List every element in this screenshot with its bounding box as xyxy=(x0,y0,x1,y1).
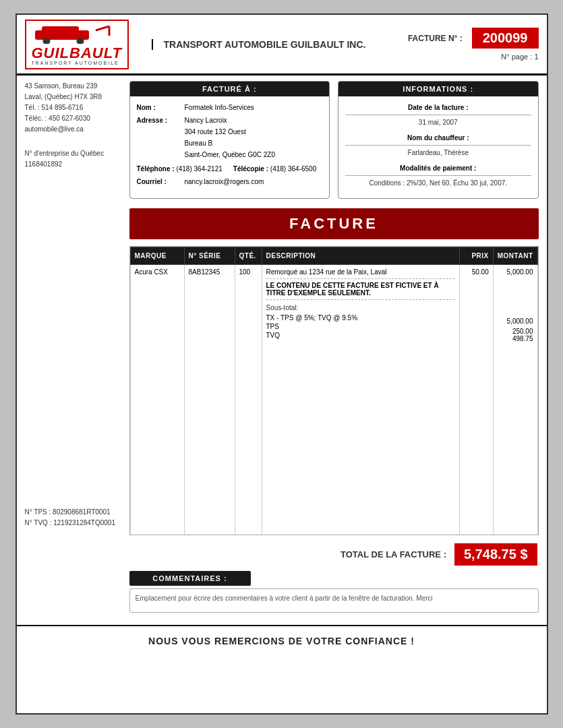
cell-description: Remorqué au 1234 rue de la Paix, Laval L… xyxy=(262,265,459,346)
telephone-value: (418) 364-2121 xyxy=(176,165,222,173)
cell-montant: 5,000.00 5,000.00 250.00 498.75 xyxy=(493,265,537,346)
phone-row: Téléphone : (418) 364-2121 Télécopie : (… xyxy=(137,163,323,175)
tvq-row: TVQ xyxy=(266,332,455,339)
footer-thanks: NOUS VOUS REMERCIONS DE VOTRE CONFIANCE … xyxy=(17,625,547,653)
invoice-page: GUILBAULT TRANSPORT AUTOMOBILE TRANSPORT… xyxy=(16,13,548,715)
adresse-value: Nancy Lacroix 304 route 132 Ouest Bureau… xyxy=(185,115,323,160)
main-area: FACTURÉ À : Nom : Formatek Info-Services… xyxy=(129,81,539,613)
telephone-label: Téléphone : xyxy=(137,165,175,173)
comments-header: COMMENTAIRES : xyxy=(129,571,251,586)
telecopie-value: (418) 364-6500 xyxy=(270,165,316,173)
driver-row: Nom du chauffeur : Farlardeau, Thérèse xyxy=(345,132,531,158)
desc-note: LE CONTENU DE CETTE FACTURE EST FICTIVE … xyxy=(266,282,455,297)
facture-banner: FACTURE xyxy=(129,208,539,239)
spacer-row xyxy=(130,346,537,535)
subtotal-row: Sous-total: xyxy=(266,304,455,311)
driver-value: Farlardeau, Thérèse xyxy=(345,147,531,158)
total-label: TOTAL DE LA FACTURE : xyxy=(340,549,446,559)
date-label: Date de la facture : xyxy=(345,102,531,115)
tvq-label: TVQ xyxy=(266,332,280,339)
adresse-row: Adresse : Nancy Lacroix 304 route 132 Ou… xyxy=(137,115,323,160)
dotted-divider xyxy=(266,278,455,279)
nom-value: Formatek Info-Services xyxy=(185,102,323,113)
svg-line-4 xyxy=(96,26,109,30)
table-row: Acura CSX 8AB12345 100 Remorqué au 1234 … xyxy=(130,265,537,346)
nom-row: Nom : Formatek Info-Services xyxy=(137,102,323,113)
driver-label: Nom du chauffeur : xyxy=(345,132,531,146)
courriel-label: Courriel : xyxy=(137,176,181,187)
cell-marque: Acura CSX xyxy=(130,265,184,346)
table-body: Acura CSX 8AB12345 100 Remorqué au 1234 … xyxy=(130,265,537,535)
date-row: Date de la facture : 31 mai, 2007 xyxy=(345,102,531,128)
page-number: N° page : 1 xyxy=(390,53,539,61)
nom-label: Nom : xyxy=(137,102,181,113)
logo-guilbault-text: GUILBAULT xyxy=(32,46,122,61)
logo-area: GUILBAULT TRANSPORT AUTOMOBILE xyxy=(25,20,146,69)
tps-row: TPS xyxy=(266,323,455,330)
comments-box: Emplacement pour écrire des commentaires… xyxy=(129,588,539,613)
logo-box: GUILBAULT TRANSPORT AUTOMOBILE xyxy=(25,20,129,69)
content-wrap: 43 Samson, Bureau 239 Laval, (Québec) H7… xyxy=(17,75,547,618)
subtotal-label: Sous-total: xyxy=(266,304,299,311)
left-sidebar: 43 Samson, Bureau 239 Laval, (Québec) H7… xyxy=(25,81,129,613)
invoice-number-area: FACTURE N° : 200099 N° page : 1 xyxy=(390,28,539,61)
billed-section: FACTURÉ À : Nom : Formatek Info-Services… xyxy=(129,81,330,199)
billed-body: Nom : Formatek Info-Services Adresse : N… xyxy=(130,96,330,193)
info-body: Date de la facture : 31 mai, 2007 Nom du… xyxy=(338,96,538,198)
desc-main: Remorqué au 1234 rue de la Paix, Laval xyxy=(266,268,455,276)
tps-label: TPS xyxy=(266,323,279,330)
col-prix: PRIX xyxy=(459,247,493,265)
payment-row: Modalités de paiement : Conditions : 2%/… xyxy=(345,162,531,189)
col-desc: DESCRIPTION xyxy=(262,247,459,265)
date-value: 31 mai, 2007 xyxy=(345,117,531,128)
cell-qte: 100 xyxy=(235,265,262,346)
tax-label: TX - TPS @ 5%; TVQ @ 9.5% xyxy=(266,314,358,322)
svg-point-2 xyxy=(43,38,50,44)
payment-label: Modalités de paiement : xyxy=(345,162,531,176)
col-qte: QTÉ. xyxy=(235,247,262,265)
car-svg xyxy=(32,24,113,44)
table-header: MARQUE N° SÉRIE QTÉ. DESCRIPTION PRIX MO… xyxy=(130,247,537,265)
boxes-row: FACTURÉ À : Nom : Formatek Info-Services… xyxy=(129,81,539,199)
courriel-value: nancy.lacroix@rogers.com xyxy=(185,176,323,187)
invoice-number: 200099 xyxy=(472,28,539,49)
col-serie: N° SÉRIE xyxy=(184,247,235,265)
info-section-box: INFORMATIONS : Date de la facture : 31 m… xyxy=(338,81,539,199)
telecopie-label: Télécopie : xyxy=(233,165,268,173)
col-marque: MARQUE xyxy=(130,247,184,265)
invoice-label: FACTURE N° : xyxy=(408,34,463,43)
comments-section: COMMENTAIRES : Emplacement pour écrire d… xyxy=(129,571,539,613)
info-header: INFORMATIONS : xyxy=(338,82,538,96)
invoice-table-wrap: MARQUE N° SÉRIE QTÉ. DESCRIPTION PRIX MO… xyxy=(129,246,539,535)
svg-point-3 xyxy=(77,38,84,44)
sidebar-tax: N° TPS : 802908681RT0001 N° TVQ : 121923… xyxy=(25,507,123,528)
cell-serie: 8AB12345 xyxy=(184,265,235,346)
total-value: 5,748.75 $ xyxy=(454,543,537,566)
courriel-row: Courriel : nancy.lacroix@rogers.com xyxy=(137,176,323,187)
svg-rect-1 xyxy=(42,26,79,34)
tx-row: TX - TPS @ 5%; TVQ @ 9.5% xyxy=(266,314,455,322)
billed-header: FACTURÉ À : xyxy=(130,82,330,96)
sidebar-address: 43 Samson, Bureau 239 Laval, (Québec) H7… xyxy=(25,81,123,135)
col-montant: MONTANT xyxy=(493,247,537,265)
adresse-label: Adresse : xyxy=(137,115,181,160)
tax-section: Sous-total: TX - TPS @ 5%; TVQ @ 9.5% TP… xyxy=(266,304,455,339)
page-header: GUILBAULT TRANSPORT AUTOMOBILE TRANSPORT… xyxy=(17,15,547,75)
company-name: TRANSPORT AUTOMOBILE GUILBAULT INC. xyxy=(152,39,390,50)
logo-car-icon xyxy=(32,24,122,46)
total-row: TOTAL DE LA FACTURE : 5,748.75 $ xyxy=(129,543,539,566)
sidebar-reg: N° d'entreprise du Québec 1168401892 xyxy=(25,148,123,170)
dotted-divider2 xyxy=(266,299,455,300)
logo-transport-text: TRANSPORT AUTOMOBILE xyxy=(32,61,122,65)
payment-value: Conditions : 2%/30, Net 60. Échu 30 jul,… xyxy=(345,177,531,189)
cell-prix: 50.00 xyxy=(459,265,493,346)
invoice-table: MARQUE N° SÉRIE QTÉ. DESCRIPTION PRIX MO… xyxy=(130,247,538,535)
